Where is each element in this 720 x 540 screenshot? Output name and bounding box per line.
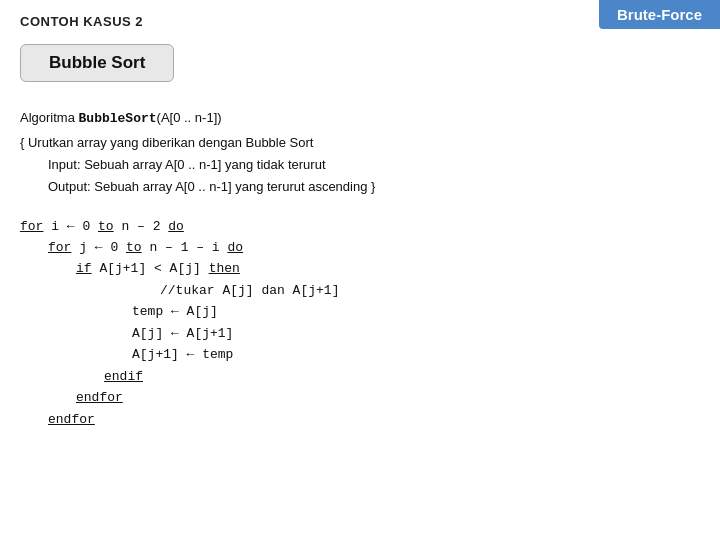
for-keyword-2: for (48, 240, 71, 255)
code-line-endfor-outer: endfor (20, 409, 700, 430)
to-keyword-1: to (98, 219, 114, 234)
code-j-rest: j ← 0 (71, 240, 126, 255)
do-keyword-1: do (168, 219, 184, 234)
code-line-endfor-inner: endfor (20, 387, 700, 408)
algo-line4: Output: Sebuah array A[0 .. n-1] yang te… (20, 177, 700, 197)
if-keyword: if (76, 261, 92, 276)
endfor-keyword-inner: endfor (76, 390, 123, 405)
do-keyword-2: do (227, 240, 243, 255)
for-keyword-1: for (20, 219, 43, 234)
code-line-aj: A[j] ← A[j+1] (20, 323, 700, 344)
algo-output-rest: : Sebuah array A[0 .. n-1] yang terurut … (87, 179, 375, 194)
content-area: Algoritma BubbleSort(A[0 .. n-1]) { Urut… (20, 108, 700, 430)
endif-keyword: endif (104, 369, 143, 384)
code-line-endif: endif (20, 366, 700, 387)
brute-force-badge: Brute-Force (599, 0, 720, 29)
code-j-end: n – 1 – i (142, 240, 228, 255)
page-title: CONTOH KASUS 2 (20, 14, 143, 29)
to-keyword-2: to (126, 240, 142, 255)
algo-line2: { Urutkan array yang diberikan dengan Bu… (20, 133, 700, 153)
code-i-rest: i ← 0 (43, 219, 98, 234)
code-line-for-i: for i ← 0 to n – 2 do (20, 216, 700, 237)
code-line-comment: //tukar A[j] dan A[j+1] (20, 280, 700, 301)
algo-line3: Input: Sebuah array A[0 .. n-1] yang tid… (20, 155, 700, 175)
code-line-if: if A[j+1] < A[j] then (20, 258, 700, 279)
code-if-rest: A[j+1] < A[j] (92, 261, 209, 276)
bubble-sort-label: Bubble Sort (20, 44, 174, 82)
algo-function-name: BubbleSort (79, 111, 157, 126)
code-i-end: n – 2 (114, 219, 169, 234)
code-line-for-j: for j ← 0 to n – 1 – i do (20, 237, 700, 258)
code-line-aj1: A[j+1] ← temp (20, 344, 700, 365)
algo-params: (A[0 .. n-1]) (157, 110, 222, 125)
code-line-temp: temp ← A[j] (20, 301, 700, 322)
algo-prefix: Algoritma (20, 110, 79, 125)
code-section: for i ← 0 to n – 2 do for j ← 0 to n – 1… (20, 216, 700, 430)
then-keyword: then (209, 261, 240, 276)
algo-input-label: Input (48, 157, 77, 172)
algo-output-label: Output (48, 179, 87, 194)
algo-input-rest: : Sebuah array A[0 .. n-1] yang tidak te… (77, 157, 326, 172)
endfor-keyword-outer: endfor (48, 412, 95, 427)
algo-header-line: Algoritma BubbleSort(A[0 .. n-1]) (20, 108, 700, 129)
